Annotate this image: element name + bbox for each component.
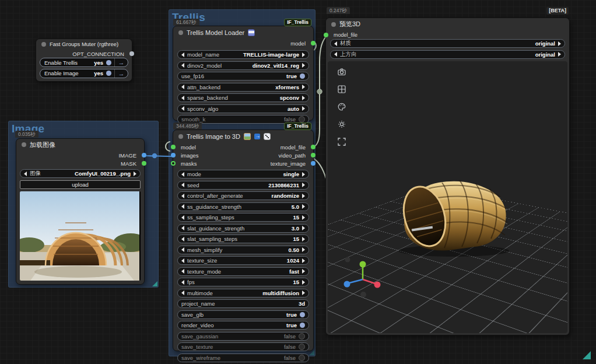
combo-right-arrow-icon[interactable] (302, 258, 305, 263)
axis-y-handle[interactable] (360, 261, 366, 268)
combo-left-arrow-icon[interactable] (181, 183, 184, 187)
toggle-knob[interactable] (300, 312, 305, 317)
port-opt-connection-output[interactable] (129, 51, 134, 56)
combo-right-arrow-icon[interactable] (302, 183, 305, 187)
widget-sparse-backend[interactable]: sparse_backend spconv (177, 93, 309, 102)
widget-save-glb[interactable]: save_glbtrue (177, 310, 309, 319)
combo-left-arrow-icon[interactable] (181, 237, 184, 242)
axis-x-handle[interactable] (374, 282, 381, 288)
light-icon[interactable] (338, 120, 346, 128)
node-collapse-dot[interactable] (22, 142, 26, 147)
node-title-bar[interactable]: Trellis Image to 3D (173, 130, 313, 142)
node-collapse-dot[interactable] (178, 134, 183, 139)
combo-left-arrow-icon[interactable] (181, 106, 184, 111)
widget-ss-guidance-strength[interactable]: ss_guidance_strength5.0 (177, 202, 309, 211)
node-collapse-dot[interactable] (178, 30, 183, 35)
node-preview-3d[interactable]: 0.247秒 [BETA] 预览3D model_file 材质 origina… (325, 18, 570, 335)
wire-reroute-dot[interactable] (152, 153, 157, 158)
widget-save-gaussian[interactable]: save_gaussianfalse (177, 332, 309, 341)
canvas-resize-arrow[interactable] (581, 350, 592, 360)
toggle-knob[interactable] (299, 355, 305, 361)
toggle-knob[interactable] (300, 323, 305, 328)
comfyui-canvas[interactable]: { "groups": { "trellis": { "title": "Tre… (0, 0, 596, 364)
combo-right-arrow-icon[interactable] (302, 226, 305, 230)
row-enable-trellis[interactable]: Enable Trellis yes → (40, 58, 128, 67)
widget-render-video[interactable]: render_videotrue (177, 321, 309, 330)
combo-right-arrow-icon[interactable] (302, 85, 305, 89)
port-model-output[interactable] (311, 41, 315, 46)
port-masks-input[interactable] (171, 161, 176, 166)
axis-z-handle[interactable] (344, 281, 350, 288)
node-collapse-dot[interactable] (41, 42, 46, 47)
viewport-3d[interactable] (328, 61, 567, 333)
port-mask-output[interactable] (142, 161, 146, 166)
widget-save-wireframe[interactable]: save_wireframefalse (177, 354, 309, 362)
widget-texture-mode[interactable]: texture_modefast (177, 267, 309, 276)
combo-left-arrow-icon[interactable] (24, 172, 27, 176)
widget-spconv-algo[interactable]: spconv_algo auto (177, 104, 309, 113)
combo-right-arrow-icon[interactable] (302, 247, 305, 252)
node-title-bar[interactable]: Fast Groups Muter (rgthree) (36, 39, 132, 49)
port-model-input[interactable] (171, 145, 176, 149)
combo-left-arrow-icon[interactable] (181, 96, 184, 100)
widget-fps[interactable]: fps15 (177, 278, 309, 286)
combo-right-arrow-icon[interactable] (302, 215, 305, 220)
combo-right-arrow-icon[interactable] (302, 106, 305, 111)
widget-up-direction[interactable]: 上方向 original (330, 50, 565, 59)
combo-right-arrow-icon[interactable] (302, 172, 305, 177)
combo-right-arrow-icon[interactable] (302, 237, 305, 242)
combo-right-arrow-icon[interactable] (302, 96, 305, 100)
combo-left-arrow-icon[interactable] (181, 226, 184, 230)
port-model-file-output[interactable] (311, 145, 315, 149)
node-title-bar[interactable]: 加载图像 (16, 139, 144, 150)
combo-left-arrow-icon[interactable] (181, 290, 184, 295)
combo-left-arrow-icon[interactable] (181, 215, 184, 220)
toggle-knob[interactable] (299, 333, 305, 340)
axis-gizmo[interactable] (339, 256, 386, 303)
grid-icon[interactable] (338, 85, 346, 93)
row-enable-image[interactable]: Enable Image yes → (40, 69, 128, 78)
palette-icon[interactable] (338, 103, 346, 111)
widget-mesh-simplify[interactable]: mesh_simplify0.50 (177, 246, 309, 254)
jump-arrow-icon[interactable]: → (114, 58, 128, 66)
combo-right-arrow-icon[interactable] (302, 52, 305, 57)
widget-material[interactable]: 材质 original (330, 39, 565, 48)
widget-use-fp16[interactable]: use_fp16 true (177, 72, 309, 80)
combo-left-arrow-icon[interactable] (181, 258, 184, 263)
node-fast-groups-muter[interactable]: Fast Groups Muter (rgthree) OPT_CONNECTI… (36, 38, 132, 82)
toggle-knob[interactable] (106, 71, 111, 76)
jump-arrow-icon[interactable]: → (114, 69, 128, 78)
toggle-knob[interactable] (299, 116, 305, 123)
widget-slat-guidance-strength[interactable]: slat_guidance_strength3.0 (177, 224, 309, 233)
port-video-path-output[interactable] (311, 153, 315, 158)
camera-icon[interactable] (338, 68, 346, 76)
node-trellis-model-loader[interactable]: 61.667秒 IF_Trellis Trellis Model Loader … (173, 26, 314, 121)
combo-left-arrow-icon[interactable] (181, 280, 184, 285)
combo-left-arrow-icon[interactable] (181, 247, 184, 252)
widget-slat-sampling-steps[interactable]: slat_sampling_steps15 (177, 235, 309, 243)
wire-reroute-dot[interactable] (317, 89, 322, 94)
combo-right-arrow-icon[interactable] (302, 290, 305, 295)
combo-right-arrow-icon[interactable] (302, 63, 305, 68)
combo-right-arrow-icon[interactable] (134, 172, 136, 176)
combo-right-arrow-icon[interactable] (302, 280, 305, 285)
fullscreen-icon[interactable] (338, 138, 346, 146)
combo-right-arrow-icon[interactable] (302, 194, 305, 198)
node-collapse-dot[interactable] (331, 22, 336, 27)
combo-left-arrow-icon[interactable] (181, 52, 184, 57)
combo-left-arrow-icon[interactable] (181, 204, 184, 209)
combo-left-arrow-icon[interactable] (334, 52, 337, 57)
combo-left-arrow-icon[interactable] (181, 172, 184, 177)
combo-right-arrow-icon[interactable] (302, 204, 305, 209)
port-texture-image-output[interactable] (311, 161, 315, 166)
combo-left-arrow-icon[interactable] (181, 194, 184, 198)
widget-multimode[interactable]: multimodemultidiffusion (177, 289, 309, 298)
combo-left-arrow-icon[interactable] (181, 63, 184, 68)
toggle-knob[interactable] (299, 344, 305, 350)
widget-attn-backend[interactable]: attn_backend xformers (177, 83, 309, 92)
combo-right-arrow-icon[interactable] (558, 52, 561, 57)
widget-model-name[interactable]: model_name TRELLIS-image-large (177, 50, 309, 59)
port-image-output[interactable] (142, 153, 146, 158)
widget-dinov2-model[interactable]: dinov2_model dinov2_vitl14_reg (177, 61, 309, 70)
widget-project-name[interactable]: project_name3d (177, 299, 309, 308)
